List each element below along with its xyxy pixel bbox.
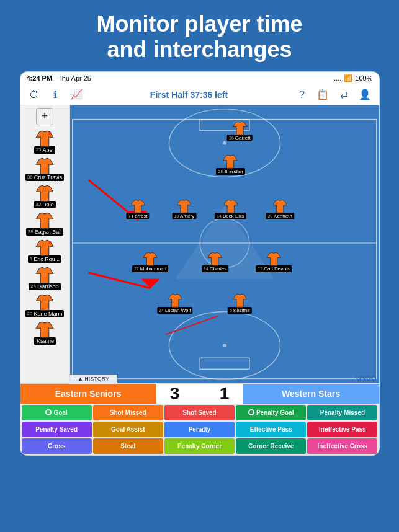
svg-text:×: × <box>48 130 52 136</box>
fp-jersey-container-5 <box>271 197 289 215</box>
person-icon[interactable]: 👤 <box>357 87 372 102</box>
action-button[interactable]: Penalty <box>164 422 235 437</box>
player-jersey-7 <box>34 319 55 340</box>
field-player[interactable]: 24 Lucian Wolf <box>157 291 192 314</box>
player-jersey-5 <box>34 264 55 285</box>
action-button[interactable]: Shot Saved <box>164 405 235 420</box>
fp-jersey-container-6 <box>141 250 159 267</box>
status-right: ..... 📶 100% <box>332 74 372 82</box>
signal-icon: ..... <box>332 74 341 82</box>
info-icon[interactable]: ℹ <box>48 87 63 102</box>
action-label: Penalty Saved <box>35 426 78 433</box>
sidebar-player[interactable]: × 1 Eric Rou... <box>21 237 68 263</box>
sidebar-player[interactable]: 38 Eagan Ball <box>21 210 68 236</box>
player-jersey-1 <box>34 155 55 176</box>
svg-text:×: × <box>48 239 52 246</box>
history-bar[interactable]: ▲ HISTORY <box>70 375 117 383</box>
action-label: Penalty Missed <box>320 409 365 416</box>
sidebar-player[interactable]: 25 Kane Mann <box>21 291 68 317</box>
nav-bar: ⏱ ℹ 📈 First Half 37:36 left ? 📋 ⇄ 👤 <box>20 85 379 105</box>
field-player[interactable]: 36 Garrett <box>227 119 253 141</box>
field-player[interactable]: 6 Kasimir <box>228 291 252 314</box>
action-button[interactable]: Penalty Corner <box>164 438 235 454</box>
field-player[interactable]: 13 Amery <box>172 197 196 219</box>
fp-jersey-container-10 <box>231 291 248 309</box>
action-label: Goal Assist <box>111 426 145 433</box>
field-player[interactable]: 7 Forrest <box>126 197 149 219</box>
action-button[interactable]: Corner Receive <box>236 438 306 454</box>
action-label: Ineffective Cross <box>318 443 368 450</box>
battery-icon: 100% <box>355 74 372 82</box>
action-buttons-grid: GoalShot MissedShot SavedPenalty GoalPen… <box>20 404 379 455</box>
dot-icon <box>45 409 52 415</box>
swap-icon[interactable]: ⇄ <box>336 87 351 102</box>
status-bar: 4:24 PM Thu Apr 25 ..... 📶 100% <box>20 72 379 85</box>
chart-icon[interactable]: 📈 <box>69 87 84 102</box>
svg-point-10 <box>223 141 226 144</box>
header-section: Monitor player time and interchanges <box>0 0 399 71</box>
dot-icon <box>248 409 254 415</box>
action-button[interactable]: Ineffective Cross <box>307 438 377 454</box>
action-button[interactable]: Shot Missed <box>93 405 163 420</box>
undo-button[interactable]: UNDO <box>356 375 376 382</box>
clock-icon[interactable]: ⏱ <box>27 87 42 102</box>
sidebar-player[interactable]: Ksame <box>21 319 68 345</box>
player-sidebar: + × 25 Abel 30 Cruz Travis 3 <box>20 105 70 383</box>
field-player[interactable]: 23 Kenneth <box>266 197 294 219</box>
player-jersey-4: × <box>34 237 55 258</box>
action-label: Goal <box>53 409 67 416</box>
wifi-icon: 📶 <box>344 74 352 82</box>
fp-jersey-container-8 <box>265 250 282 267</box>
action-button[interactable]: Goal <box>22 405 92 420</box>
sidebar-player[interactable]: 32 Dale <box>21 182 68 208</box>
action-button[interactable]: Penalty Missed <box>307 405 377 420</box>
field-player[interactable]: 12 Carl Dennis <box>256 250 292 272</box>
help-icon[interactable]: ? <box>294 87 309 102</box>
action-label: Penalty Corner <box>177 443 222 450</box>
action-button[interactable]: Penalty Goal <box>236 405 306 420</box>
field-player[interactable]: 28 Brendan <box>216 153 244 175</box>
add-player-button[interactable]: + <box>36 108 53 125</box>
sidebar-player[interactable]: 30 Cruz Travis <box>21 155 68 181</box>
action-label: Penalty Goal <box>256 409 294 416</box>
action-label: Ineffective Pass <box>319 426 366 433</box>
match-timer: First Half 37:36 left <box>150 90 228 100</box>
field-container: ◀ BENCH BENCH ▶ <box>70 105 379 383</box>
left-team: Eastern Seniors <box>20 384 156 404</box>
action-label: Corner Receive <box>248 443 294 450</box>
fp-jersey-container-4 <box>222 197 239 215</box>
field-icon[interactable]: 📋 <box>315 87 330 102</box>
action-button[interactable]: Cross <box>22 438 92 454</box>
action-button[interactable]: Ineffective Pass <box>307 422 377 437</box>
action-label: Effective Pass <box>250 426 292 433</box>
status-time: 4:24 PM <box>27 74 53 82</box>
action-button[interactable]: Steal <box>93 438 163 454</box>
field-player[interactable]: 14 Beck Ellis <box>215 197 246 219</box>
fp-jersey-container-3 <box>176 197 193 215</box>
right-score: 1 <box>206 384 243 404</box>
header-title: Monitor player time and interchanges <box>25 11 374 63</box>
left-score: 3 <box>156 384 194 404</box>
player-jersey-2 <box>34 182 55 203</box>
action-label: Steal <box>120 443 135 450</box>
history-label: ▲ HISTORY <box>78 376 109 382</box>
player-jersey-3 <box>34 210 55 231</box>
action-label: Shot Saved <box>182 409 216 416</box>
action-button[interactable]: Penalty Saved <box>22 422 92 437</box>
svg-point-11 <box>223 344 226 347</box>
action-button[interactable]: Goal Assist <box>93 422 163 437</box>
fp-jersey-container-7 <box>207 250 224 267</box>
action-label: Shot Missed <box>110 409 146 416</box>
player-jersey-6 <box>34 291 55 313</box>
sidebar-player[interactable]: × 25 Abel <box>21 128 68 154</box>
field-player[interactable]: 22 Mohammad <box>132 250 168 272</box>
action-label: Cross <box>48 443 65 450</box>
sidebar-player[interactable]: 24 Garrison <box>21 264 68 290</box>
field-player[interactable]: 14 Charles <box>202 250 228 272</box>
hockey-field <box>70 105 379 383</box>
fp-jersey-container-9 <box>166 291 184 309</box>
nav-left-icons: ⏱ ℹ 📈 <box>27 87 84 102</box>
pitch-area: + × 25 Abel 30 Cruz Travis 3 <box>20 105 379 383</box>
player-jersey-0: × <box>34 128 55 149</box>
action-button[interactable]: Effective Pass <box>236 422 306 437</box>
